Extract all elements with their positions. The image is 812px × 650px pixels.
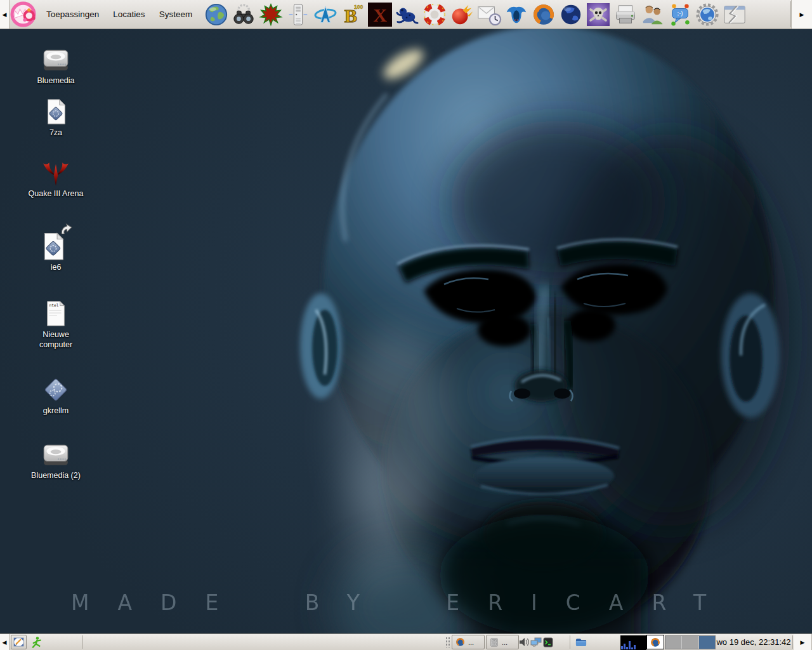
workspace-1[interactable] — [665, 636, 682, 649]
launcher-web-globe[interactable] — [202, 1, 230, 28]
window-list-drag-handle[interactable] — [445, 637, 450, 647]
firefox-tray-item[interactable] — [646, 635, 664, 649]
taskbar-window-firefox[interactable]: ... — [452, 635, 485, 649]
graph-bar — [631, 647, 633, 649]
text-document-icon: ntel — [42, 298, 70, 329]
taskbar-window-title: ... — [468, 639, 474, 646]
launcher-skull-crossbones[interactable] — [584, 1, 612, 28]
program-file-launcher-icon — [39, 223, 72, 262]
desktop-icon-ie6[interactable]: ie6 — [21, 223, 91, 273]
harddrive-icon — [41, 44, 71, 75]
workspace-2[interactable] — [682, 636, 698, 649]
running-man-icon — [30, 636, 44, 649]
show-desktop-button[interactable] — [11, 635, 27, 649]
launcher-search-binoculars[interactable] — [230, 1, 257, 28]
top-panel: ◀ Toepassingen Locaties Systeem — [0, 0, 812, 29]
menu-systeem[interactable]: Systeem — [152, 0, 200, 29]
panel-hide-right-button[interactable]: ▶ — [791, 0, 812, 29]
panel-separator — [792, 635, 793, 649]
desktop-icon-label: ie6 — [51, 263, 62, 273]
program-file-icon — [42, 96, 70, 127]
menubar: Toepassingen Locaties Systeem — [39, 0, 199, 29]
computer-server-icon — [286, 3, 310, 27]
user-pair-icon — [641, 3, 665, 27]
wallpaper-watermark: MADE BY ERICART — [71, 590, 735, 615]
launcher-dark-x[interactable]: X — [366, 1, 393, 28]
desktop-icon-gkrellm[interactable]: gkrellm — [21, 375, 91, 416]
speaker-icon — [518, 637, 529, 647]
web-globe-icon — [204, 3, 228, 27]
svg-text:;-): ;-) — [677, 10, 683, 17]
maple-leaf-icon — [259, 3, 283, 27]
blue-globe-icon — [559, 3, 583, 27]
launcher-computer-server[interactable] — [284, 1, 311, 28]
launcher-printer[interactable] — [612, 1, 639, 28]
workspace-3-active[interactable] — [699, 636, 715, 649]
launcher-user-pair[interactable] — [639, 1, 666, 28]
panel-hide-left-button[interactable]: ◀ — [0, 634, 10, 650]
search-binoculars-icon — [232, 3, 256, 27]
graph-bar — [621, 646, 623, 649]
menu-toepassingen[interactable]: Toepassingen — [39, 0, 106, 29]
launcher-globe-gear[interactable] — [693, 1, 721, 28]
quake3-logo-icon — [40, 157, 72, 188]
workspace-switcher[interactable] — [665, 635, 716, 649]
desktop-icon-label: 7za — [49, 128, 62, 138]
folder-tray-icon[interactable] — [575, 636, 587, 648]
desktop-icon-7za[interactable]: 7za — [21, 96, 91, 138]
desktop-icon-label: Quake III Arena — [29, 189, 84, 199]
desktop-icon-label: Bluemedia — [37, 76, 74, 86]
network-tray-icon[interactable] — [530, 636, 542, 648]
dark-x-icon: X — [367, 2, 393, 27]
launcher-red-ball-bolts[interactable] — [448, 1, 475, 28]
volume-tray-icon[interactable] — [518, 636, 529, 648]
arrow-left-icon: ◀ — [3, 11, 7, 18]
desktop-icon-bluemedia-2[interactable]: Bluemedia (2) — [21, 439, 91, 481]
run-program-launcher[interactable] — [29, 636, 44, 649]
launcher-gold-b-100[interactable]: B 100 — [339, 1, 366, 28]
launcher-firefox[interactable] — [530, 1, 557, 28]
desktop-icon-label: Bluemedia (2) — [31, 471, 81, 481]
desktop-icon-nieuwe-computer[interactable]: ntel Nieuwe computer — [21, 298, 91, 350]
blue-manta-icon — [504, 3, 528, 27]
launcher-blue-frog[interactable] — [393, 1, 421, 28]
globe-gear-icon — [695, 3, 719, 27]
desktop-icon-quake3[interactable]: Quake III Arena — [21, 157, 91, 199]
launcher-blue-globe[interactable] — [557, 1, 584, 28]
panel-hide-right-button[interactable]: ▶ — [794, 634, 812, 650]
skull-crossbones-icon — [586, 2, 611, 27]
file-cabinet-icon — [490, 638, 499, 647]
launcher-mail-clock[interactable] — [475, 1, 502, 28]
terminal-icon — [543, 637, 553, 647]
graph-bar — [629, 641, 631, 649]
distro-menu-logo[interactable] — [10, 1, 36, 27]
chat-bubble-icon: ;-) — [668, 3, 692, 27]
launcher-chat-bubble[interactable]: ;-) — [666, 1, 693, 28]
launcher-lifebuoy[interactable] — [421, 1, 448, 28]
satellite-antenna-icon — [313, 3, 337, 27]
terminal-tray-icon[interactable] — [542, 636, 554, 648]
desktop-icon-label: Nieuwe computer — [25, 330, 86, 350]
launcher-blue-manta[interactable] — [502, 1, 530, 28]
taskbar-window-archive[interactable]: ... — [486, 635, 519, 649]
menu-locaties[interactable]: Locaties — [106, 0, 152, 29]
desktop-icon-bluemedia[interactable]: Bluemedia — [21, 44, 91, 86]
panel-separator — [82, 635, 83, 649]
clock-applet[interactable]: wo 19 dec, 22:31:42 — [716, 634, 792, 650]
panel-separator — [570, 635, 570, 649]
lifebuoy-icon — [422, 3, 447, 27]
broken-window-icon — [722, 3, 747, 27]
mail-clock-icon — [476, 3, 502, 27]
program-package-icon — [41, 375, 71, 405]
svg-text:ntel: ntel — [49, 303, 58, 307]
firefox-icon — [650, 637, 660, 647]
system-monitor-applet[interactable] — [620, 635, 646, 650]
launcher-satellite-antenna[interactable] — [311, 1, 339, 28]
graph-bar — [626, 647, 628, 649]
network-monitors-icon — [530, 637, 542, 647]
firefox-icon — [532, 3, 556, 27]
launcher-maple-leaf[interactable] — [257, 1, 284, 28]
panel-hide-left-button[interactable]: ◀ — [0, 0, 10, 29]
firefox-icon — [455, 637, 465, 647]
launcher-broken-window[interactable] — [721, 1, 748, 28]
